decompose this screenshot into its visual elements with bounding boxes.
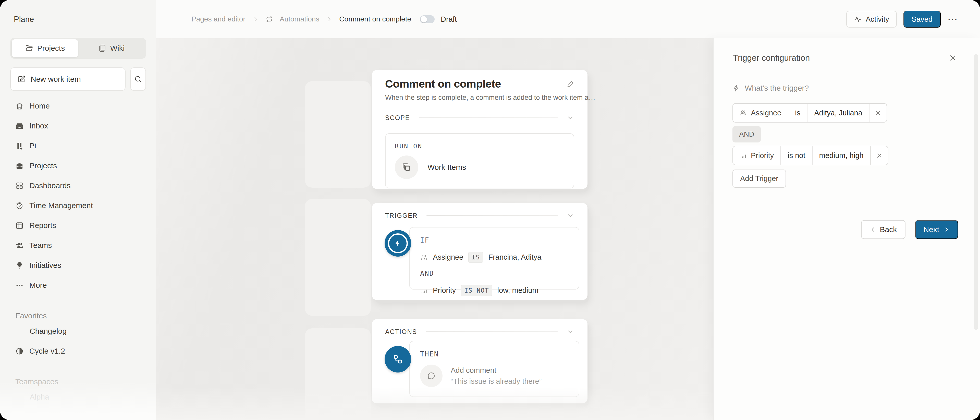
- then-label: THEN: [420, 350, 569, 358]
- new-work-item-button[interactable]: New work item: [10, 67, 126, 91]
- nav-label: Reports: [29, 221, 56, 230]
- action-title: Add comment: [451, 366, 542, 375]
- field-label: Priority: [751, 151, 774, 160]
- sidebar: Plane Projects Wiki New work item: [0, 0, 156, 420]
- condition-field-segment[interactable]: Priority: [733, 146, 780, 165]
- run-on-label: RUN ON: [395, 142, 565, 150]
- value-label: Aditya, Juliana: [814, 109, 862, 117]
- sidebar-item-more[interactable]: More: [10, 275, 146, 295]
- nav-label: Inbox: [29, 121, 48, 130]
- x-icon: [875, 110, 881, 116]
- actions-card[interactable]: ACTIONS THEN Add comment “This issue is …: [372, 319, 587, 403]
- close-icon[interactable]: [948, 54, 957, 62]
- next-label: Next: [923, 225, 939, 234]
- back-button[interactable]: Back: [861, 220, 906, 239]
- header-actions: Activity Saved ⋯: [846, 11, 959, 27]
- action-avatar: [420, 364, 442, 387]
- sidebar-item-home[interactable]: Home: [10, 96, 146, 116]
- lightbulb-icon: [15, 261, 24, 270]
- edit-pencil-icon[interactable]: [566, 80, 574, 88]
- trigger-condition-box[interactable]: IF Assignee IS Francina, Aditya AND Prio…: [409, 227, 579, 290]
- favorite-item-cycle[interactable]: Cycle v1.2: [10, 341, 146, 361]
- sidebar-item-pi[interactable]: Pi: [10, 136, 146, 156]
- chevron-left-icon: [870, 226, 877, 233]
- table-icon: [15, 221, 24, 230]
- trigger-badge: [385, 230, 411, 256]
- more-menu-button[interactable]: ⋯: [947, 14, 959, 24]
- sidebar-item-teams[interactable]: Teams: [10, 235, 146, 255]
- teamspace-label: Alpha: [30, 393, 49, 401]
- and-label: AND: [420, 269, 569, 277]
- and-connector-chip: AND: [732, 126, 761, 142]
- tab-projects[interactable]: Projects: [12, 39, 78, 57]
- value-label: medium, high: [819, 151, 864, 160]
- condition-operator-segment[interactable]: is not: [780, 146, 812, 165]
- x-icon: [876, 152, 883, 159]
- teamspaces-section-label: Teamspaces: [10, 376, 146, 387]
- nav-label: Time Management: [29, 201, 93, 210]
- top-header: Pages and editor Automations Comment on …: [156, 0, 980, 38]
- saved-button[interactable]: Saved: [904, 11, 941, 27]
- activity-icon: [854, 15, 862, 23]
- chevron-right-icon: [943, 226, 950, 233]
- search-button[interactable]: [130, 67, 146, 91]
- automation-description: When the step is complete, a comment is …: [385, 94, 574, 102]
- tab-label: Wiki: [110, 44, 125, 52]
- pi-panel-icon: [15, 142, 24, 150]
- remove-condition-button[interactable]: [870, 146, 888, 165]
- stopwatch-icon: [15, 202, 24, 210]
- trigger-card[interactable]: TRIGGER IF Assignee IS Francina, Aditya …: [372, 203, 587, 300]
- draft-toggle[interactable]: [420, 15, 434, 23]
- workspace-name[interactable]: Plane: [0, 0, 156, 24]
- nav-label: Home: [29, 102, 50, 110]
- comment-icon: [427, 371, 436, 380]
- sidebar-item-reports[interactable]: Reports: [10, 215, 146, 235]
- condition-field-segment[interactable]: Assignee: [733, 103, 788, 122]
- next-button[interactable]: Next: [915, 220, 958, 239]
- condition-row-priority: Priority is not medium, high: [732, 146, 888, 165]
- nav-label: Teams: [29, 241, 52, 250]
- saved-label: Saved: [912, 15, 932, 24]
- action-comment-text: “This issue is already there”: [451, 377, 542, 385]
- activity-button[interactable]: Activity: [846, 11, 897, 27]
- tab-wiki[interactable]: Wiki: [78, 39, 145, 57]
- action-box[interactable]: THEN Add comment “This issue is already …: [409, 341, 579, 397]
- panel-title: Trigger configuration: [733, 53, 810, 63]
- nav-label: Projects: [29, 161, 57, 170]
- condition-value-segment[interactable]: Aditya, Juliana: [807, 103, 869, 122]
- favorite-item-changelog[interactable]: Changelog: [10, 321, 146, 341]
- automation-canvas: Comment on complete When the step is com…: [156, 38, 713, 420]
- chevron-down-icon[interactable]: [566, 114, 574, 121]
- sidebar-item-projects[interactable]: Projects: [10, 156, 146, 176]
- edit-square-icon: [18, 75, 25, 83]
- condition-field: Priority: [433, 286, 456, 294]
- pages-icon: [98, 44, 106, 52]
- add-trigger-button[interactable]: Add Trigger: [732, 170, 786, 188]
- condition-operator-chip: IS: [468, 252, 483, 263]
- scope-card[interactable]: Comment on complete When the step is com…: [372, 70, 587, 189]
- breadcrumb-automations[interactable]: Automations: [280, 15, 320, 23]
- breadcrumb: Pages and editor Automations Comment on …: [191, 15, 411, 23]
- teamspace-item-alpha[interactable]: Alpha: [10, 387, 146, 407]
- condition-operator-segment[interactable]: is: [788, 103, 807, 122]
- chevron-down-icon[interactable]: [566, 212, 574, 219]
- ghost-card: [305, 328, 371, 420]
- panel-scrollbar[interactable]: [974, 54, 978, 330]
- app-window: Plane Projects Wiki New work item: [0, 0, 980, 420]
- cycle-icon: [15, 347, 24, 355]
- run-on-target[interactable]: Work Items: [395, 156, 565, 179]
- priority-icon: [420, 287, 428, 294]
- sidebar-item-dashboards[interactable]: Dashboards: [10, 176, 146, 196]
- remove-condition-button[interactable]: [869, 103, 886, 122]
- operator-label: is: [795, 109, 800, 117]
- section-divider: [426, 215, 558, 216]
- chevron-down-icon[interactable]: [566, 328, 574, 336]
- work-items-avatar: [395, 156, 418, 179]
- sidebar-item-time-management[interactable]: Time Management: [10, 196, 146, 215]
- sidebar-item-initiatives[interactable]: Initiatives: [10, 255, 146, 275]
- sidebar-item-inbox[interactable]: Inbox: [10, 116, 146, 136]
- trigger-section-header: TRIGGER: [385, 212, 574, 219]
- breadcrumb-pages-and-editor[interactable]: Pages and editor: [191, 15, 245, 23]
- condition-value-segment[interactable]: medium, high: [812, 146, 870, 165]
- status-label: Draft: [441, 15, 457, 24]
